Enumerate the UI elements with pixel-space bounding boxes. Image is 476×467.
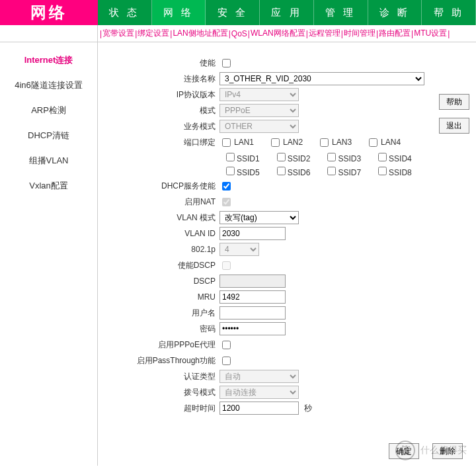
- enable-checkbox[interactable]: [222, 59, 231, 67]
- timeout-label: 超时时间: [107, 403, 219, 414]
- dhcpsrv-label: DHCP服务使能: [107, 181, 219, 192]
- vlanid-label: VLAN ID: [107, 229, 219, 238]
- dialmode-label: 拨号模式: [107, 387, 219, 398]
- port-ssid1[interactable]: [226, 153, 235, 161]
- exit-button[interactable]: 退出: [439, 118, 469, 134]
- port-lan1[interactable]: [222, 138, 231, 147]
- main-panel: 帮助 退出 使能 连接名称 3_OTHER_R_VID_2030 IP协议版本 …: [98, 42, 476, 466]
- subnav-spacer: [0, 25, 98, 42]
- topbar: 网络 状 态 网 络 安 全 应 用 管 理 诊 断 帮 助: [0, 0, 476, 25]
- dialmode-select[interactable]: 自动连接: [219, 386, 299, 399]
- ssid-group-a: SSID1 SSID2 SSID3 SSID4: [223, 151, 467, 163]
- timeout-suffix: 秒: [304, 403, 312, 414]
- pppoeproxy-checkbox[interactable]: [222, 341, 231, 349]
- lan-port-group: LAN1 LAN2 LAN3 LAN4: [219, 136, 401, 149]
- passthrough-label: 启用PassThrough功能: [107, 355, 219, 366]
- tab-manage[interactable]: 管 理: [314, 0, 368, 25]
- nav-arp[interactable]: ARP检测: [0, 98, 97, 123]
- tabs: 状 态 网 络 安 全 应 用 管 理 诊 断 帮 助: [98, 0, 476, 25]
- tab-diagnose[interactable]: 诊 断: [368, 0, 422, 25]
- side-buttons: 帮助 退出: [439, 94, 469, 134]
- tab-network[interactable]: 网 络: [152, 0, 206, 25]
- help-button[interactable]: 帮助: [439, 94, 469, 110]
- port-lan2[interactable]: [271, 138, 280, 147]
- mru-input[interactable]: [219, 290, 286, 304]
- mode-label: 模式: [107, 105, 219, 116]
- connname-label: 连接名称: [107, 73, 219, 85]
- tab-app[interactable]: 应 用: [260, 0, 314, 25]
- svcmode-select[interactable]: OTHER: [219, 120, 299, 133]
- dscp-enable-label: 使能DSCP: [107, 260, 219, 271]
- ok-button[interactable]: 确定: [389, 443, 419, 459]
- tab-security[interactable]: 安 全: [206, 0, 260, 25]
- subnav-broadband[interactable]: 宽带设置: [102, 28, 134, 39]
- subnav: | 宽带设置| 绑定设置| LAN侧地址配置| QoS| WLAN网络配置| 远…: [0, 25, 476, 42]
- port-lan3[interactable]: [320, 138, 329, 147]
- subnav-time[interactable]: 时间管理: [344, 28, 376, 39]
- user-label: 用户名: [107, 308, 219, 319]
- subnav-lan[interactable]: LAN侧地址配置: [173, 28, 227, 39]
- nav-multivlan[interactable]: 组播VLAN: [0, 148, 97, 173]
- ipver-select[interactable]: IPv4: [219, 88, 299, 101]
- dot1p-select[interactable]: 4: [219, 243, 259, 256]
- subnav-links: | 宽带设置| 绑定设置| LAN侧地址配置| QoS| WLAN网络配置| 远…: [98, 25, 476, 42]
- nat-checkbox[interactable]: [222, 198, 231, 206]
- connname-select[interactable]: 3_OTHER_R_VID_2030: [219, 72, 424, 85]
- nav-internet[interactable]: Internet连接: [0, 48, 97, 73]
- subnav-qos[interactable]: QoS: [231, 29, 247, 38]
- vlanid-input[interactable]: [219, 227, 286, 240]
- enable-label: 使能: [107, 58, 219, 69]
- port-ssid5[interactable]: [226, 167, 235, 175]
- nav-vxlan[interactable]: Vxlan配置: [0, 173, 97, 198]
- portbind-label: 端口绑定: [107, 137, 219, 148]
- dscp-label: DSCP: [107, 276, 219, 286]
- port-ssid6[interactable]: [277, 167, 286, 175]
- vlanmode-label: VLAN 模式: [107, 212, 219, 224]
- ssid-group-b: SSID5 SSID6 SSID7 SSID8: [223, 165, 467, 177]
- port-lan4[interactable]: [369, 138, 377, 147]
- dot1p-label: 802.1p: [107, 245, 219, 254]
- user-input[interactable]: [219, 306, 286, 319]
- subnav-binding[interactable]: 绑定设置: [138, 28, 169, 39]
- mode-select[interactable]: PPPoE: [219, 104, 299, 117]
- brand-title: 网络: [0, 0, 98, 25]
- mru-label: MRU: [107, 292, 219, 302]
- pass-input[interactable]: [219, 322, 286, 335]
- passthrough-checkbox[interactable]: [222, 357, 231, 365]
- tab-status[interactable]: 状 态: [98, 0, 152, 25]
- svcmode-label: 业务模式: [107, 121, 219, 132]
- pass-label: 密码: [107, 323, 219, 335]
- subnav-wlan[interactable]: WLAN网络配置: [251, 28, 305, 39]
- authtype-label: 认证类型: [107, 371, 219, 382]
- nav-dhcpclear[interactable]: DHCP清链: [0, 123, 97, 148]
- ipver-label: IP协议版本: [107, 89, 219, 101]
- port-ssid8[interactable]: [378, 167, 387, 175]
- tab-help[interactable]: 帮 助: [422, 0, 476, 25]
- nav-4in6[interactable]: 4in6隧道连接设置: [0, 73, 97, 98]
- subnav-remote[interactable]: 远程管理: [309, 28, 340, 39]
- dscp-input[interactable]: [219, 275, 286, 288]
- dscp-enable-checkbox[interactable]: [222, 261, 231, 270]
- left-nav: Internet连接 4in6隧道连接设置 ARP检测 DHCP清链 组播VLA…: [0, 42, 98, 466]
- subnav-mtu[interactable]: MTU设置: [414, 28, 447, 39]
- port-ssid4[interactable]: [378, 153, 387, 161]
- dhcpsrv-checkbox[interactable]: [222, 182, 231, 191]
- body: Internet连接 4in6隧道连接设置 ARP检测 DHCP清链 组播VLA…: [0, 42, 476, 466]
- pppoeproxy-label: 启用PPPoE代理: [107, 339, 219, 351]
- bottom-buttons: 确定 删除: [389, 443, 463, 459]
- port-ssid7[interactable]: [327, 167, 336, 175]
- timeout-input[interactable]: [219, 402, 299, 415]
- del-button[interactable]: 删除: [432, 443, 463, 459]
- authtype-select[interactable]: 自动: [219, 370, 299, 383]
- vlanmode-select[interactable]: 改写(tag): [219, 211, 299, 224]
- port-ssid2[interactable]: [277, 153, 286, 161]
- nat-label: 启用NAT: [107, 196, 219, 208]
- subnav-route[interactable]: 路由配置: [379, 28, 411, 39]
- port-ssid3[interactable]: [327, 153, 336, 161]
